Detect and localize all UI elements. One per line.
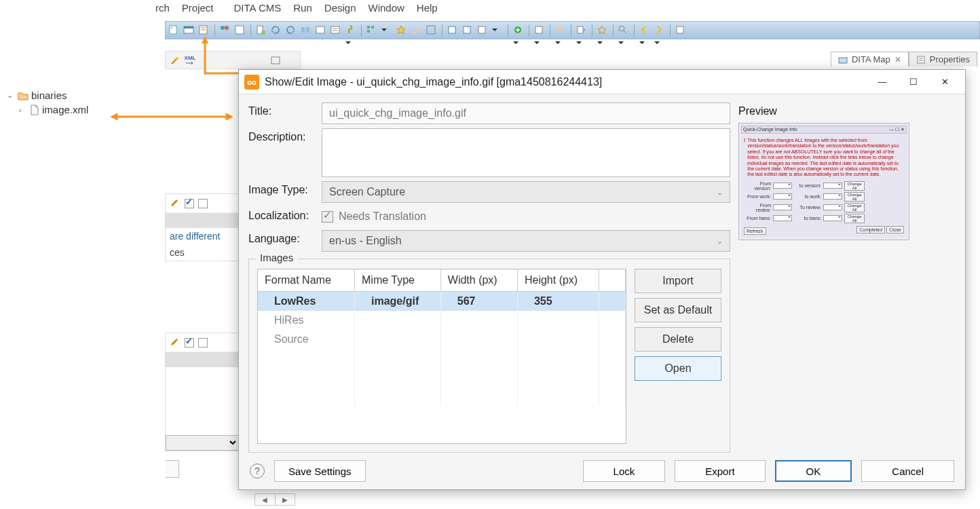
table-row — [258, 349, 626, 368]
diff-link[interactable]: are different — [166, 228, 239, 244]
image-type-select[interactable]: Screen Capture⌄ — [322, 181, 730, 203]
toolbar-icon[interactable] — [533, 24, 546, 37]
ok-button[interactable]: OK — [775, 460, 852, 482]
toolbar-icon[interactable] — [461, 24, 474, 37]
col-width[interactable]: Width (px) — [440, 269, 517, 292]
dropdown-icon[interactable] — [285, 55, 296, 66]
toolbar-icon[interactable] — [447, 24, 459, 37]
language-select[interactable]: en-us - English⌄ — [322, 230, 730, 252]
expand-icon[interactable]: ⌄ — [7, 91, 15, 100]
toolbar-icon[interactable] — [234, 24, 246, 37]
window-icon[interactable] — [270, 55, 281, 66]
toolbar-icon[interactable] — [491, 24, 504, 37]
open-button[interactable]: Open — [635, 356, 721, 381]
checkbox[interactable] — [198, 338, 208, 347]
wand-icon[interactable] — [170, 55, 181, 66]
toolbar-icon[interactable] — [396, 24, 408, 37]
toolbar-icon[interactable] — [345, 24, 357, 37]
toolbar-icon[interactable] — [426, 24, 438, 37]
tab-dita-map[interactable]: DITA Map ✕ — [831, 52, 909, 67]
col-height[interactable]: Height (px) — [517, 269, 599, 292]
svg-rect-26 — [271, 57, 280, 64]
toolbar-icon[interactable] — [315, 24, 327, 37]
dropdown[interactable] — [166, 435, 239, 451]
toolbar-icon[interactable] — [476, 24, 489, 37]
toolbar-icon[interactable] — [554, 24, 567, 37]
svg-rect-22 — [535, 26, 542, 33]
svg-rect-3 — [184, 26, 193, 29]
toolbar-icon[interactable] — [219, 24, 231, 37]
close-icon[interactable]: ✕ — [894, 55, 901, 64]
menu-project[interactable]: Project — [182, 2, 214, 14]
toolbar-icon[interactable] — [270, 24, 282, 37]
clipped-button[interactable] — [166, 460, 179, 478]
edit-icon[interactable] — [170, 336, 181, 349]
svg-point-9 — [261, 31, 265, 35]
export-button[interactable]: Export — [675, 460, 765, 482]
toolbar-icon[interactable] — [597, 24, 609, 37]
toolbar-icon[interactable] — [411, 24, 423, 37]
checkbox[interactable] — [185, 338, 194, 347]
svg-rect-15 — [371, 26, 374, 29]
toolbar-icon[interactable] — [330, 24, 342, 37]
lock-button[interactable]: Lock — [583, 460, 666, 482]
toolbar-icon[interactable] — [675, 24, 687, 37]
menu-search[interactable]: rch — [155, 2, 170, 14]
menu-design[interactable]: Design — [324, 2, 356, 14]
scroll-right-icon[interactable]: ▶ — [276, 494, 295, 505]
toolbar-icon[interactable] — [512, 24, 525, 37]
label-description: Description: — [248, 128, 316, 143]
main-toolbar — [165, 21, 980, 39]
show-edit-image-dialog: oo Show/Edit Image - ui_quick_chg_image_… — [238, 69, 966, 490]
description-field[interactable] — [322, 128, 730, 177]
toolbar-icon[interactable] — [183, 24, 195, 37]
checkbox[interactable] — [198, 199, 208, 208]
table-row[interactable]: HiRes — [258, 311, 626, 330]
delete-button[interactable]: Delete — [635, 327, 721, 352]
label-language: Language: — [248, 230, 316, 245]
svg-rect-7 — [235, 26, 244, 34]
toolbar-icon[interactable] — [300, 24, 312, 37]
set-default-button[interactable]: Set as Default — [635, 298, 721, 322]
toolbar-icon[interactable] — [576, 24, 588, 37]
label-image-type: Image Type: — [248, 181, 316, 196]
maximize-button[interactable]: ☐ — [899, 73, 928, 92]
app-icon: oo — [244, 75, 259, 90]
toolbar-icon[interactable] — [381, 24, 393, 37]
col-format[interactable]: Format Name — [258, 269, 355, 292]
help-icon[interactable]: ? — [250, 464, 265, 478]
table-row[interactable]: Source — [258, 330, 626, 349]
menu-window[interactable]: Window — [369, 2, 404, 14]
scroll-left-icon[interactable]: ◀ — [255, 494, 276, 505]
toolbar-icon[interactable] — [285, 24, 297, 37]
toolbar-back-icon[interactable] — [639, 24, 651, 37]
toolbar-icon[interactable] — [255, 24, 267, 37]
svg-point-6 — [225, 26, 229, 30]
menu-run[interactable]: Run — [293, 2, 312, 14]
menu-ditacms[interactable]: DITA CMS — [234, 2, 282, 14]
cancel-button[interactable]: Cancel — [861, 460, 954, 482]
toolbar-forward-icon[interactable] — [654, 24, 666, 37]
tree-folder-binaries[interactable]: ⌄ binaries — [7, 88, 159, 102]
tab-properties[interactable]: Properties — [909, 52, 977, 67]
table-row[interactable]: LowResimage/gif567355 — [258, 292, 626, 312]
chevron-down-icon: ⌄ — [717, 188, 723, 197]
needs-translation-checkbox[interactable] — [322, 211, 333, 223]
edit-icon[interactable] — [170, 197, 181, 210]
map-icon — [838, 55, 848, 64]
save-settings-button[interactable]: Save Settings — [274, 460, 366, 482]
expand-icon[interactable]: › — [19, 106, 27, 114]
menu-help[interactable]: Help — [417, 2, 438, 14]
col-mime[interactable]: Mime Type — [355, 269, 441, 292]
toolbar-icon[interactable] — [366, 24, 378, 37]
toolbar-icon[interactable] — [618, 24, 630, 37]
svg-rect-23 — [578, 26, 583, 33]
toolbar-icon[interactable] — [168, 24, 181, 37]
toolbar-icon[interactable] — [198, 24, 210, 37]
title-field[interactable]: ui_quick_chg_image_info.gif — [322, 102, 730, 124]
minimize-button[interactable]: — — [867, 73, 897, 92]
import-button[interactable]: Import — [635, 269, 721, 293]
checkbox[interactable] — [185, 199, 194, 208]
close-button[interactable]: ✕ — [930, 73, 960, 92]
xml-icon[interactable]: XML — [185, 55, 195, 66]
